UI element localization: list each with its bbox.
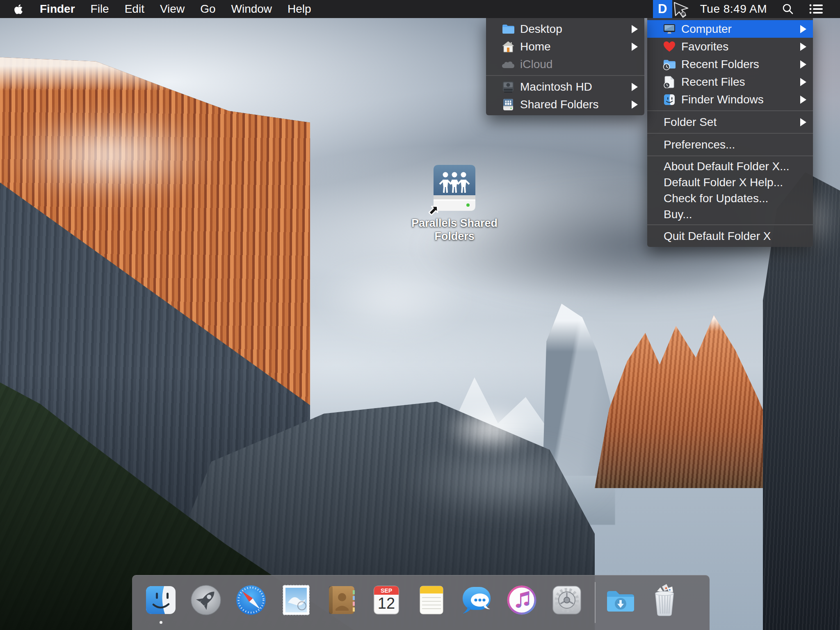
menu-item-about-default-folder-x[interactable]: About Default Folder X... bbox=[647, 158, 813, 174]
menu-edit[interactable]: Edit bbox=[117, 0, 152, 18]
volume-label: Parallels Shared Folders bbox=[405, 217, 504, 243]
menu-divider bbox=[647, 155, 813, 156]
menu-label: Help bbox=[288, 2, 311, 16]
dock-mail-icon[interactable] bbox=[278, 582, 314, 618]
dock-downloads-folder-icon[interactable] bbox=[601, 582, 637, 618]
submenu-item-desktop[interactable]: Desktop bbox=[486, 20, 644, 38]
finder-running-indicator bbox=[160, 621, 162, 624]
menu-label: Finder bbox=[40, 2, 75, 16]
submenu-item-label: Shared Folders bbox=[520, 98, 598, 111]
submenu-item-label: Home bbox=[520, 40, 551, 53]
notification-center-icon[interactable] bbox=[809, 3, 823, 15]
menu-item-favorites[interactable]: Favorites bbox=[647, 38, 813, 55]
menu-item-quit-default-folder-x[interactable]: Quit Default Folder X bbox=[647, 227, 813, 245]
menu-view[interactable]: View bbox=[152, 0, 192, 18]
favorites-icon bbox=[663, 40, 676, 53]
computer-places-submenu: Desktop Home iCloud bbox=[486, 18, 644, 115]
default-folder-x-menu-extra[interactable]: D bbox=[653, 0, 672, 18]
menu-bar-clock[interactable]: Tue 8:49 AM bbox=[700, 2, 767, 16]
menu-divider bbox=[647, 133, 813, 134]
menu-item-recent-folders[interactable]: Recent Folders bbox=[647, 55, 813, 73]
menu-finder[interactable]: Finder bbox=[32, 0, 83, 18]
dock-launchpad-icon[interactable] bbox=[188, 582, 224, 618]
dock-finder-icon[interactable] bbox=[143, 582, 179, 618]
menu-item-folder-set[interactable]: Folder Set bbox=[647, 113, 813, 131]
menu-divider bbox=[486, 75, 644, 76]
default-folder-x-menu: Computer Favorites Recen bbox=[647, 18, 813, 247]
menu-item-check-for-updates[interactable]: Check for Updates... bbox=[647, 190, 813, 206]
menu-item-buy[interactable]: Buy... bbox=[647, 206, 813, 222]
menu-item-label: Finder Windows bbox=[681, 93, 764, 106]
desktop-volume-parallels-shared-folders[interactable]: Parallels Shared Folders bbox=[405, 164, 504, 243]
menu-label: File bbox=[91, 2, 109, 16]
menu-item-label: Buy... bbox=[664, 208, 692, 221]
dock-calendar-icon[interactable]: SEP 12 bbox=[368, 582, 404, 618]
dock-notes-icon[interactable] bbox=[413, 582, 450, 618]
submenu-item-shared-folders[interactable]: Shared Folders bbox=[486, 96, 644, 113]
mouse-cursor bbox=[673, 2, 691, 19]
spotlight-search-icon[interactable] bbox=[782, 3, 794, 15]
macintosh-hd-icon bbox=[502, 80, 515, 94]
submenu-item-label: Desktop bbox=[520, 23, 562, 36]
dock-system-preferences-icon[interactable] bbox=[549, 582, 585, 618]
menu-item-label: Recent Folders bbox=[681, 58, 759, 71]
menu-label: View bbox=[160, 2, 185, 16]
menu-bar: Finder File Edit View Go Window Help D T… bbox=[0, 0, 840, 18]
menu-divider bbox=[647, 224, 813, 225]
submenu-arrow-icon bbox=[800, 25, 806, 33]
submenu-arrow-icon bbox=[800, 96, 806, 104]
apple-logo-icon bbox=[14, 4, 23, 15]
submenu-item-home[interactable]: Home bbox=[486, 38, 644, 55]
calendar-day-text: 12 bbox=[378, 595, 395, 612]
submenu-arrow-icon bbox=[800, 60, 806, 68]
submenu-arrow-icon bbox=[632, 100, 638, 109]
menu-help[interactable]: Help bbox=[280, 0, 319, 18]
apple-menu[interactable] bbox=[0, 0, 32, 18]
dock: SEP 12 bbox=[132, 575, 710, 630]
menu-go[interactable]: Go bbox=[192, 0, 223, 18]
desktop-folder-icon bbox=[502, 23, 515, 36]
menu-item-default-folder-x-help[interactable]: Default Folder X Help... bbox=[647, 174, 813, 190]
alias-arrow-badge bbox=[426, 203, 441, 218]
dock-messages-icon[interactable] bbox=[459, 582, 495, 618]
submenu-item-label: Macintosh HD bbox=[520, 80, 592, 94]
menu-item-finder-windows[interactable]: Finder Windows bbox=[647, 91, 813, 108]
menu-item-label: Default Folder X Help... bbox=[664, 176, 783, 189]
menu-label: Window bbox=[231, 2, 272, 16]
menu-divider bbox=[647, 110, 813, 111]
menu-item-label: Computer bbox=[681, 23, 732, 36]
menu-item-recent-files[interactable]: Recent Files bbox=[647, 73, 813, 91]
menu-item-label: Quit Default Folder X bbox=[664, 230, 771, 243]
wallpaper-mist bbox=[287, 246, 500, 353]
dock-divider bbox=[595, 582, 596, 623]
default-folder-x-logo: D bbox=[658, 2, 667, 16]
menu-item-computer[interactable]: Computer bbox=[647, 20, 813, 38]
submenu-item-macintosh-hd[interactable]: Macintosh HD bbox=[486, 78, 644, 96]
menu-item-label: Folder Set bbox=[664, 116, 717, 129]
submenu-arrow-icon bbox=[800, 78, 806, 86]
menu-item-label: About Default Folder X... bbox=[664, 160, 790, 173]
submenu-arrow-icon bbox=[632, 25, 638, 33]
menu-window[interactable]: Window bbox=[223, 0, 280, 18]
desktop-screen: Parallels Shared Folders bbox=[0, 0, 840, 630]
finder-windows-icon bbox=[663, 93, 676, 106]
dock-safari-icon[interactable] bbox=[233, 582, 269, 618]
recent-folders-icon bbox=[663, 58, 676, 71]
home-icon bbox=[502, 40, 515, 53]
menu-item-preferences[interactable]: Preferences... bbox=[647, 136, 813, 153]
recent-files-icon bbox=[663, 75, 676, 89]
dock-itunes-icon[interactable] bbox=[504, 582, 540, 618]
menu-item-label: Check for Updates... bbox=[664, 192, 768, 205]
submenu-item-label: iCloud bbox=[520, 58, 552, 71]
computer-icon bbox=[663, 23, 676, 36]
submenu-arrow-icon bbox=[800, 118, 806, 126]
dock-contacts-icon[interactable] bbox=[323, 582, 359, 618]
icloud-icon bbox=[502, 58, 515, 71]
submenu-arrow-icon bbox=[632, 83, 638, 91]
dock-trash-icon[interactable] bbox=[646, 582, 682, 618]
submenu-arrow-icon bbox=[632, 43, 638, 51]
menu-label: Edit bbox=[125, 2, 144, 16]
submenu-arrow-icon bbox=[800, 43, 806, 51]
menu-file[interactable]: File bbox=[83, 0, 117, 18]
menu-item-label: Preferences... bbox=[664, 138, 735, 151]
